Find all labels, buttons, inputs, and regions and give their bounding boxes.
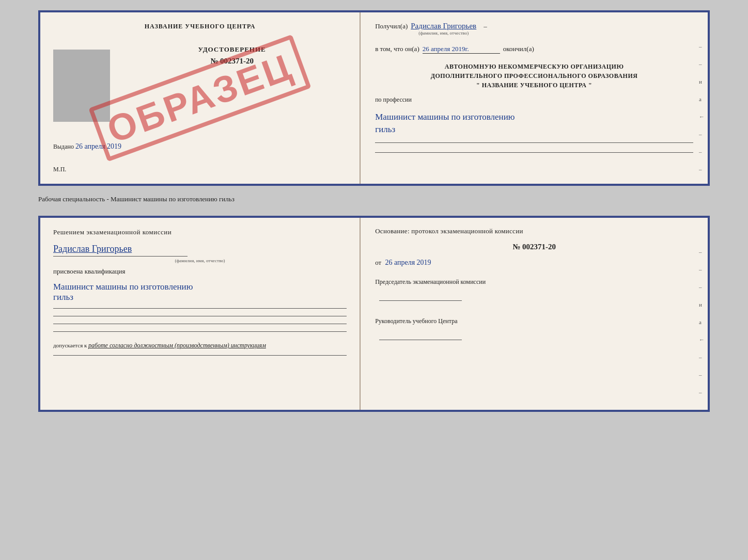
issued-date: 26 апреля 2019 bbox=[75, 142, 121, 150]
vtom-line: в том, что он(а) 26 апреля 2019г. окончи… bbox=[375, 45, 693, 54]
top-doc-left: НАЗВАНИЕ УЧЕБНОГО ЦЕНТРА УДОСТОВЕРЕНИЕ №… bbox=[40, 12, 361, 184]
bottom-document: Решением экзаменационной комиссии Радисл… bbox=[38, 216, 710, 412]
bottom-doc-right: Основание: протокол экзаменационной коми… bbox=[361, 218, 708, 410]
org-block: АВТОНОМНУЮ НЕКОММЕРЧЕСКУЮ ОРГАНИЗАЦИЮ ДО… bbox=[375, 62, 693, 90]
side-marks-top: – – и а ← – – – bbox=[699, 43, 705, 172]
profession-label: по профессии bbox=[375, 96, 693, 104]
school-name-top: НАЗВАНИЕ УЧЕБНОГО ЦЕНТРА bbox=[53, 23, 347, 30]
komissia-heading: Решением экзаменационной комиссии bbox=[53, 228, 347, 236]
vtom-label: в том, что он(а) bbox=[375, 45, 419, 53]
kvalif-value: Машинист машины по изготовлению bbox=[53, 282, 347, 292]
poluchil-name: Радислав Григорьев bbox=[411, 22, 476, 30]
kvalif-value2: гильз bbox=[53, 292, 347, 302]
photo-placeholder bbox=[53, 50, 110, 122]
org-line1: АВТОНОМНУЮ НЕКОММЕРЧЕСКУЮ ОРГАНИЗАЦИЮ bbox=[375, 62, 693, 71]
ot-date: 26 апреля 2019 bbox=[385, 259, 431, 266]
dash-separator: – bbox=[484, 22, 487, 30]
dopusk-label: допускается к bbox=[53, 342, 87, 348]
pred-sig-line bbox=[379, 300, 462, 301]
poluchil-line: Получил(а) Радислав Григорьев (фамилия, … bbox=[375, 22, 693, 30]
ruk-block: Руководитель учебного Центра bbox=[375, 317, 693, 342]
osnov-text: Основание: протокол экзаменационной коми… bbox=[375, 227, 693, 235]
line-sep4 bbox=[53, 316, 347, 316]
top-heading-left: НАЗВАНИЕ УЧЕБНОГО ЦЕНТРА bbox=[53, 23, 347, 30]
cert-title: УДОСТОВЕРЕНИЕ bbox=[198, 45, 266, 54]
prisvoena-text: присвоена квалификация bbox=[53, 267, 347, 276]
line-sep7 bbox=[53, 355, 347, 356]
line-sep5 bbox=[53, 324, 347, 324]
mp-line: М.П. bbox=[53, 166, 347, 173]
pred-label: Председатель экзаменационной комиссии bbox=[375, 278, 693, 286]
fio-note: (фамилия, имя, отчество) bbox=[411, 30, 476, 36]
dopuskaetsya-line: допускается к работе согласно должностны… bbox=[53, 342, 347, 349]
subtitle-line: Рабочая специальность - Машинист машины … bbox=[38, 195, 235, 203]
komissia-fio: Радислав Григорьев bbox=[53, 244, 132, 254]
line-sep2 bbox=[375, 152, 693, 153]
ruk-sig-line bbox=[379, 340, 462, 340]
dopusk-value: работе согласно должностным (производств… bbox=[88, 342, 266, 349]
poluchil-label: Получил(а) bbox=[375, 22, 408, 30]
top-document: НАЗВАНИЕ УЧЕБНОГО ЦЕНТРА УДОСТОВЕРЕНИЕ №… bbox=[38, 10, 710, 186]
org-line3: " НАЗВАНИЕ УЧЕБНОГО ЦЕНТРА " bbox=[375, 81, 693, 90]
profession-value: Машинист машины по изготовлению bbox=[375, 112, 693, 122]
side-marks-bottom: – – – и а ← – – – – bbox=[699, 249, 705, 413]
line-sep1 bbox=[375, 142, 693, 143]
vtom-date: 26 апреля 2019г. bbox=[423, 45, 500, 54]
okonchil-label: окончил(а) bbox=[503, 45, 534, 53]
pred-block: Председатель экзаменационной комиссии bbox=[375, 278, 693, 303]
top-doc-right: Получил(а) Радислав Григорьев (фамилия, … bbox=[361, 12, 708, 184]
cert-number: № 002371-20 bbox=[210, 57, 254, 66]
protocol-number: № 002371-20 bbox=[375, 243, 693, 251]
line-sep6 bbox=[53, 331, 347, 332]
org-line2: ДОПОЛНИТЕЛЬНОГО ПРОФЕССИОНАЛЬНОГО ОБРАЗО… bbox=[375, 71, 693, 81]
issued-line: Выдано 26 апреля 2019 bbox=[53, 142, 347, 151]
profession-value2: гильз bbox=[375, 124, 693, 135]
line-sep3 bbox=[53, 308, 347, 309]
bottom-doc-left: Решением экзаменационной комиссии Радисл… bbox=[40, 218, 361, 410]
issued-label: Выдано bbox=[53, 143, 74, 150]
ot-date-line: от 26 апреля 2019 bbox=[375, 259, 693, 267]
document-container: НАЗВАНИЕ УЧЕБНОГО ЦЕНТРА УДОСТОВЕРЕНИЕ №… bbox=[38, 10, 710, 412]
ruk-label: Руководитель учебного Центра bbox=[375, 317, 693, 325]
komissia-fio-note: (фамилия, имя, отчество) bbox=[53, 258, 347, 263]
ot-label: от bbox=[375, 259, 381, 266]
